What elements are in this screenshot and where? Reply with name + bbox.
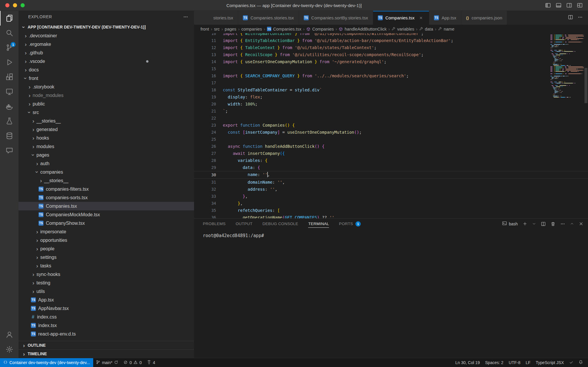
sync-changes-icon[interactable]	[114, 360, 118, 365]
tree-item-storybook[interactable]: ›.storybook	[19, 83, 194, 91]
breadcrumb-item-data[interactable]: data	[419, 27, 433, 31]
activity-extensions[interactable]	[0, 70, 19, 84]
code-line-15[interactable]: 15	[194, 65, 588, 72]
code-line-36[interactable]: 36 getOperationName(GET_COMPANIES) ?? ''…	[194, 214, 588, 218]
code-line-18[interactable]: 18const StyledTableContainer = styled.di…	[194, 86, 588, 93]
line-number[interactable]: 11	[194, 38, 216, 43]
tree-item-generated[interactable]: ›generated	[19, 125, 194, 134]
customize-layout-icon[interactable]	[577, 2, 583, 8]
activity-accounts[interactable]	[0, 327, 19, 342]
code-line-22[interactable]: 22	[194, 115, 588, 122]
tree-item-impersonate[interactable]: ›impersonate	[19, 227, 194, 236]
panel-tab-debug-console[interactable]: DEBUG CONSOLE	[263, 219, 298, 229]
close-panel-icon[interactable]	[579, 222, 583, 226]
code-line-34[interactable]: 34 },	[194, 200, 588, 207]
panel-tab-ports[interactable]: PORTS1	[339, 219, 361, 229]
panel-more-actions-icon[interactable]	[560, 222, 565, 226]
tab-companies-sortby-stories-tsx[interactable]: TSCompanies.sortBy.stories.tsx	[299, 11, 373, 25]
split-terminal-icon[interactable]	[541, 222, 546, 226]
code-line-30[interactable]: 30 name: '',	[194, 171, 588, 179]
tab-companies-tsx[interactable]: TSCompanies.tsx	[373, 11, 429, 25]
breadcrumb-item-front[interactable]: front	[201, 27, 209, 31]
tree-item-pages[interactable]: ›pages	[19, 151, 194, 159]
terminal-dropdown-icon[interactable]	[532, 222, 536, 226]
tree-item-devcontainer[interactable]: ›.devcontainer	[19, 31, 194, 40]
tree-item-modules[interactable]: ›modules	[19, 142, 194, 151]
code-line-13[interactable]: 13import { RecoilScope } from '@/ui/util…	[194, 51, 588, 58]
tree-item-settings[interactable]: ›settings	[19, 253, 194, 262]
activity-live-share[interactable]	[0, 143, 19, 158]
language-mode-status[interactable]: TypeScript JSX	[533, 358, 567, 367]
problems-status[interactable]: 0 0	[121, 358, 144, 367]
tree-item-companies-sorts-tsx[interactable]: TScompanies-sorts.tsx	[19, 193, 194, 202]
line-number[interactable]: 16	[194, 73, 216, 78]
close-window-button[interactable]	[5, 3, 9, 7]
panel-tab-output[interactable]: OUTPUT	[235, 219, 252, 229]
code-line-19[interactable]: 19 display: flex;	[194, 93, 588, 100]
tree-item-companies-tsx[interactable]: TSCompanies.tsx	[19, 202, 194, 210]
tab-companies-stories-tsx[interactable]: TSCompanies.stories.tsx	[238, 11, 299, 25]
breadcrumb-item-name[interactable]: name	[438, 27, 454, 31]
tree-item-index-css[interactable]: #index.css	[19, 313, 194, 321]
breadcrumb-item-companies-tsx[interactable]: TSCompanies.tsx	[267, 27, 301, 31]
toggle-primary-sidebar-icon[interactable]	[545, 2, 551, 8]
tree-item-opportunities[interactable]: ›opportunities	[19, 236, 194, 244]
indentation-status[interactable]: Spaces: 2	[482, 358, 506, 367]
line-number[interactable]: 10	[194, 33, 216, 36]
code-line-35[interactable]: 35 refetchQueries: [	[194, 207, 588, 214]
line-number[interactable]: 12	[194, 45, 216, 50]
line-number[interactable]: 34	[194, 201, 216, 206]
tree-item-testing[interactable]: ›testing	[19, 279, 194, 287]
cursor-position-status[interactable]: Ln 30, Col 19	[453, 358, 482, 367]
line-number[interactable]: 26	[194, 144, 216, 149]
tree-item-ergomake[interactable]: ›.ergomake	[19, 40, 194, 48]
tab-companies-json[interactable]: {}companies.json	[461, 11, 507, 25]
scrollbar-thumb[interactable]	[584, 68, 587, 103]
breadcrumb-item-pages[interactable]: pages	[225, 27, 236, 31]
code-line-14[interactable]: 14import { useInsertOneCompanyMutation }…	[194, 58, 588, 65]
tree-item-appnavbar-tsx[interactable]: TSAppNavbar.tsx	[19, 304, 194, 313]
tree-item-tasks[interactable]: ›tasks	[19, 262, 194, 270]
tree-item-stories[interactable]: ›__stories__	[19, 176, 194, 185]
code-line-16[interactable]: 16import { SEARCH_COMPANY_QUERY } from '…	[194, 72, 588, 79]
breadcrumb-item-companies[interactable]: Companies	[306, 27, 334, 31]
tree-item-vscode[interactable]: ›.vscode	[19, 57, 194, 66]
code-line-32[interactable]: 32 address: '',	[194, 186, 588, 193]
activity-remote-explorer[interactable]	[0, 84, 19, 99]
breadcrumb-item-companies[interactable]: companies	[241, 27, 262, 31]
panel-tab-problems[interactable]: PROBLEMS	[203, 219, 225, 229]
tree-item-index-tsx[interactable]: TSindex.tsx	[19, 321, 194, 330]
eol-status[interactable]: LF	[523, 358, 533, 367]
line-number[interactable]: 18	[194, 88, 216, 92]
tree-item-front[interactable]: ›front	[19, 74, 194, 83]
tree-item-sync-hooks[interactable]: ›sync-hooks	[19, 270, 194, 279]
tree-item-node-modules[interactable]: ›node_modules	[19, 91, 194, 100]
line-number[interactable]: 25	[194, 137, 216, 142]
tree-item-docs[interactable]: ›docs	[19, 66, 194, 74]
tree-item-hooks[interactable]: ›hooks	[19, 134, 194, 142]
line-number[interactable]: 28	[194, 158, 216, 163]
minimize-window-button[interactable]	[13, 3, 17, 7]
line-number[interactable]: 21	[194, 109, 216, 113]
close-tab-icon[interactable]	[418, 15, 424, 21]
code-line-17[interactable]: 17	[194, 79, 588, 86]
code-line-23[interactable]: 23export function Companies() {	[194, 122, 588, 129]
formatter-status[interactable]	[567, 358, 576, 367]
code-editor[interactable]: 10import { WithTopBarContainer } from '@…	[194, 33, 588, 218]
zoom-window-button[interactable]	[21, 3, 25, 7]
line-number[interactable]: 19	[194, 95, 216, 99]
line-number[interactable]: 22	[194, 116, 216, 120]
code-line-12[interactable]: 12import { TableContext } from '@/ui/tab…	[194, 44, 588, 51]
breadcrumb-item-src[interactable]: src	[214, 27, 220, 31]
line-number[interactable]: 29	[194, 165, 216, 170]
tree-item-public[interactable]: ›public	[19, 100, 194, 108]
tab-stories-tsx[interactable]: stories.tsx	[194, 11, 238, 25]
more-actions-icon[interactable]	[578, 15, 583, 21]
activity-explorer[interactable]	[0, 11, 19, 26]
code-line-28[interactable]: 28 variables: {	[194, 157, 588, 164]
shell-selector[interactable]: bash	[502, 221, 518, 227]
encoding-status[interactable]: UTF-8	[506, 358, 523, 367]
activity-testing[interactable]	[0, 114, 19, 128]
line-number[interactable]: 13	[194, 52, 216, 57]
code-line-24[interactable]: 24 const [insertCompany] = useInsertOneC…	[194, 129, 588, 136]
